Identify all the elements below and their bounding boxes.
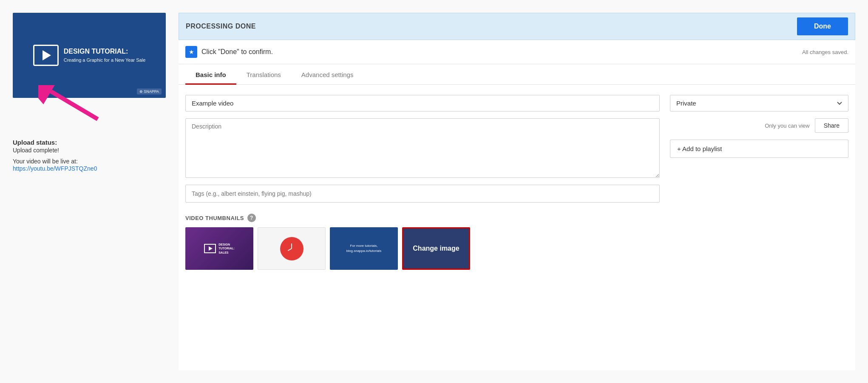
live-label: Your video will be live at:	[13, 158, 166, 165]
thumbnail-3[interactable]: For more tutorials,blog.snappa.io/tutori…	[330, 227, 398, 270]
thumbnail-grid: DESIGNTUTORIAL:SALES	[185, 227, 660, 270]
thumbnail-1[interactable]: DESIGNTUTORIAL:SALES	[185, 227, 253, 270]
only-you-text: Only you can view	[765, 123, 810, 129]
left-panel: DESIGN TUTORIAL: Creating a Graphic for …	[13, 13, 166, 370]
thumbnails-section: VIDEO THUMBNAILS ? DESIGNTUTORIAL:SALES	[185, 214, 660, 270]
thumbnail-4-change-image[interactable]: Change image	[402, 227, 470, 270]
thumb1-play-icon	[204, 244, 216, 253]
confirm-text: Click "Done" to confirm.	[201, 48, 798, 56]
play-triangle-icon	[43, 50, 51, 60]
processing-banner-text: PROCESSING DONE	[186, 23, 790, 30]
svg-line-1	[51, 91, 98, 119]
pink-arrow-icon	[38, 85, 106, 123]
thumb-title: DESIGN TUTORIAL:	[64, 47, 146, 55]
right-sidebar: Private Unlisted Public Only you can vie…	[670, 95, 848, 360]
thumb1-text: DESIGNTUTORIAL:SALES	[218, 243, 235, 254]
live-url-link[interactable]: https://youtu.be/WFPJSTQZne0	[13, 165, 97, 172]
privacy-row: Only you can view Share	[670, 118, 848, 133]
snappa-badge: ⊕ SNAPPA	[137, 89, 162, 94]
processing-banner: PROCESSING DONE Done	[179, 13, 855, 40]
right-panel: PROCESSING DONE Done ★ Click "Done" to c…	[179, 13, 855, 370]
star-icon: ★	[185, 46, 197, 58]
done-button[interactable]: Done	[797, 17, 848, 35]
form-area: VIDEO THUMBNAILS ? DESIGNTUTORIAL:SALES	[185, 95, 660, 360]
tags-input[interactable]	[185, 185, 660, 203]
main-content: VIDEO THUMBNAILS ? DESIGNTUTORIAL:SALES	[179, 85, 855, 370]
play-icon-box	[33, 45, 59, 66]
privacy-select[interactable]: Private Unlisted Public	[670, 95, 848, 111]
upload-status-section: Upload status: Upload complete! Your vid…	[13, 139, 166, 172]
add-to-playlist-button[interactable]: + Add to playlist	[670, 140, 848, 158]
upload-status-label: Upload status:	[13, 139, 166, 146]
description-textarea[interactable]	[185, 118, 660, 178]
thumbnails-label: VIDEO THUMBNAILS ?	[185, 214, 660, 222]
share-button[interactable]: Share	[815, 118, 848, 133]
tab-advanced-settings[interactable]: Advanced settings	[291, 64, 364, 85]
upload-status-value: Upload complete!	[13, 147, 166, 154]
tab-translations[interactable]: Translations	[236, 64, 291, 85]
tabs-bar: Basic info Translations Advanced setting…	[179, 64, 855, 85]
tab-basic-info[interactable]: Basic info	[185, 64, 236, 85]
info-bar: ★ Click "Done" to confirm. All changes s…	[179, 40, 855, 64]
thumb-subtitle: Creating a Graphic for a New Year Sale	[64, 57, 146, 63]
change-image-label: Change image	[413, 245, 459, 252]
thumb-text: DESIGN TUTORIAL: Creating a Graphic for …	[64, 47, 146, 64]
all-saved-text: All changes saved.	[802, 49, 848, 55]
thumbnails-help-icon[interactable]: ?	[247, 214, 256, 222]
video-title-input[interactable]	[185, 95, 660, 111]
thumb2-clock-icon	[280, 237, 304, 260]
thumbnail-2[interactable]	[258, 227, 326, 270]
thumb3-text: For more tutorials,blog.snappa.io/tutori…	[346, 243, 381, 254]
